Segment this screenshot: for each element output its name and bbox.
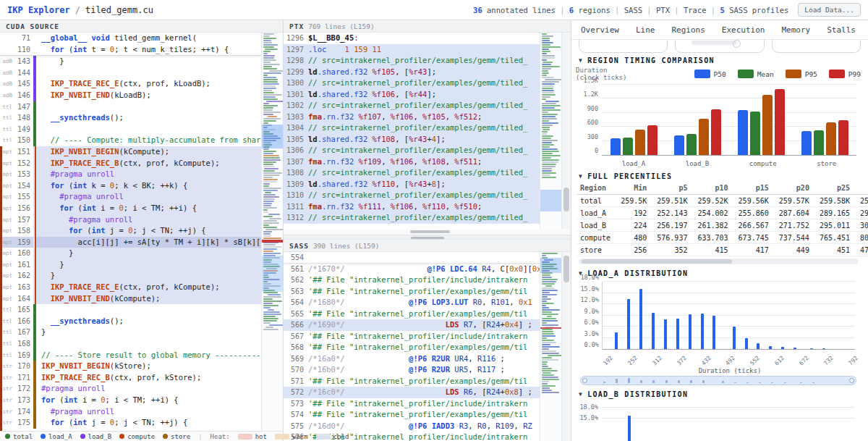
- histogram-range-brush[interactable]: [580, 376, 856, 385]
- code-line[interactable]: ttl167}: [0, 327, 261, 338]
- sass-code-line[interactable]: 569/*16a0*/ @!P6 R2UR UR4, R116 ;: [284, 353, 540, 365]
- ptx-code-line[interactable]: 1303fma.rn.f32 %f107, %f106, %f105, %f51…: [284, 112, 540, 123]
- ptx-code-line[interactable]: 1298// src=intrakernel_profiler/examples…: [284, 55, 540, 67]
- sass-vertical-scrollbar[interactable]: [561, 252, 571, 441]
- ptx-code-line[interactable]: 1310// src=intrakernel_profiler/examples…: [284, 190, 540, 201]
- code-line[interactable]: mpt153 #pragma unroll: [0, 169, 261, 180]
- ptx-code-line[interactable]: 1311fma.rn.f32 %f111, %f106, %f110, %f51…: [284, 201, 540, 213]
- code-line[interactable]: mpt159 acc[i][j] += sA[ty * TM + i][k] *…: [0, 237, 261, 248]
- ptx-scrollbar-thumb[interactable]: [563, 188, 569, 211]
- ptx-code-line[interactable]: 1307fma.rn.f32 %f109, %f106, %f108, %f51…: [284, 156, 540, 168]
- table-row[interactable]: store256352415417449451478.750480.250511…: [577, 244, 868, 256]
- code-line[interactable]: mpt164 IKP_NVBIT_END(kCompute);: [0, 293, 261, 305]
- sass-code-line[interactable]: 561/*1670*/ @!P6 LDC.64 R4, C[0x0][0x23: [284, 264, 540, 275]
- cuda-code-scroll[interactable]: adB143 }adB144 adB145 IKP_TRACE_REC_E(ct…: [0, 56, 261, 431]
- sass-code-line[interactable]: 573'## File "intrakernel_profiler/includ…: [284, 398, 540, 410]
- code-line[interactable]: str173for (int i = 0; i < TM; ++i) {: [0, 395, 261, 406]
- sass-code-line[interactable]: 574'## File "intrakernel_profiler/exampl…: [284, 409, 540, 421]
- sass-code-line[interactable]: 563'## File "intrakernel_profiler/exampl…: [284, 286, 540, 298]
- code-line[interactable]: ttl149: [0, 124, 261, 135]
- code-line[interactable]: str172#pragma unroll: [0, 383, 261, 395]
- ptx-code-line[interactable]: 1302// src=intrakernel_profiler/examples…: [284, 100, 540, 112]
- summary-card[interactable]: [675, 40, 764, 53]
- section-header-load-a-distribution[interactable]: ▼ LOAD_A DISTRIBUTION: [571, 266, 868, 279]
- ptx-code-line[interactable]: 1312// src=intrakernel_profiler/examples…: [284, 212, 540, 224]
- panel-split-divider[interactable]: [284, 235, 571, 240]
- sass-code-line[interactable]: 567'## File "intrakernel_profiler/includ…: [284, 331, 540, 343]
- code-line[interactable]: ttl150 // ---- Compute: multiply-accumul…: [0, 135, 261, 146]
- code-line[interactable]: adB145 IKP_TRACE_REC_E(ctx, prof, kLoadB…: [0, 78, 261, 90]
- ptx-code-line[interactable]: 1301ld.shared.f32 %f106, [%r44];: [284, 89, 540, 101]
- pinned-code-line[interactable]: 71__global__ void tiled_gemm_kernel(: [0, 33, 261, 44]
- code-line[interactable]: mpt155 #pragma unroll: [0, 191, 261, 203]
- code-line[interactable]: ttl166 __syncthreads();: [0, 316, 261, 327]
- table-row[interactable]: load_B224256.197261.382266.567271.752295…: [577, 219, 868, 232]
- table-row[interactable]: compute480576.937633.703673.745737.54476…: [577, 232, 868, 244]
- sass-code-line[interactable]: 565'## File "intrakernel_profiler/exampl…: [284, 308, 540, 320]
- code-line[interactable]: ttl169// ---- Store result to global mem…: [0, 350, 261, 361]
- code-line[interactable]: str171IKP_TRACE_REC_B(ctx, prof, kStore)…: [0, 372, 261, 384]
- section-header-full-percentiles[interactable]: ▼ FULL PERCENTILES: [571, 169, 868, 182]
- code-line[interactable]: mpt152 IKP_TRACE_REC_B(ctx, prof, kCompu…: [0, 158, 261, 169]
- pinned-code-line[interactable]: 110 for (int t = 0; t < num_k_tiles; ++t…: [0, 44, 261, 56]
- brush-handle-right[interactable]: [849, 378, 854, 383]
- divider-grip-handle[interactable]: [411, 237, 444, 239]
- code-line[interactable]: mpt160 }: [0, 248, 261, 259]
- load-data-button[interactable]: Load Data...: [798, 3, 861, 17]
- ptx-vertical-scrollbar[interactable]: [561, 33, 571, 229]
- sass-code-line[interactable]: 570/*16b0*/ @!P6 R2UR UR5, R117 ;: [284, 364, 540, 376]
- tab-line[interactable]: Line: [635, 22, 656, 39]
- ptx-code-line[interactable]: 1304// src=intrakernel_profiler/examples…: [284, 122, 540, 134]
- code-line[interactable]: adB146 IKP_NVBIT_END(kLoadB);: [0, 90, 261, 101]
- sass-code-scroll[interactable]: 554 561/*1670*/ @!P6 LDC.64 R4, C[0x0][0…: [284, 252, 540, 441]
- sass-code-line[interactable]: 572/*16c0*/ LDS R6, [R24+0x8] ;: [284, 387, 540, 398]
- sass-code-line[interactable]: 571'## File "intrakernel_profiler/exampl…: [284, 376, 540, 387]
- code-line[interactable]: ttl148 __syncthreads();: [0, 112, 261, 124]
- ptx-code-line[interactable]: 1309ld.shared.f32 %f110, [%r43+8];: [284, 179, 540, 190]
- tab-execution[interactable]: Execution: [721, 22, 766, 39]
- sass-code-line[interactable]: 564/*1680*/ @!P6 LOP3.LUT R0, R101, 0x1: [284, 297, 540, 308]
- code-line[interactable]: ttl168: [0, 338, 261, 350]
- ptx-hscrollbar-thumb[interactable]: [410, 230, 451, 233]
- tab-memory[interactable]: Memory: [780, 22, 811, 39]
- sass-scrollbar-thumb[interactable]: [563, 256, 569, 282]
- code-line[interactable]: mpt154 for (int k = 0; k < BK; ++k) {: [0, 180, 261, 192]
- ptx-code-line[interactable]: 1305ld.shared.f32 %f108, [%r43+4];: [284, 134, 540, 146]
- cuda-minimap[interactable]: [261, 33, 283, 431]
- code-line[interactable]: adB143 }: [0, 56, 261, 67]
- code-line[interactable]: ttl165: [0, 304, 261, 316]
- chevron-down-icon[interactable]: ▼: [579, 57, 583, 64]
- code-line[interactable]: mpt161 }: [0, 259, 261, 271]
- sass-minimap[interactable]: [540, 252, 561, 441]
- ptx-horizontal-scrollbar[interactable]: [284, 229, 571, 235]
- code-line[interactable]: mpt156 for (int i = 0; i < TM; ++i) {: [0, 203, 261, 214]
- code-line[interactable]: mpt157 #pragma unroll: [0, 214, 261, 226]
- tab-overview[interactable]: Overview: [580, 22, 620, 39]
- code-line[interactable]: str175 for (int j = 0; j < TN; ++j) {: [0, 417, 261, 429]
- table-row[interactable]: total259.5K259.51K259.52K259.56K259.57K2…: [577, 195, 868, 207]
- ptx-code-scroll[interactable]: 1296$L__BB0_45:1297.loc 1 159 111298// s…: [284, 33, 540, 229]
- table-scrollbar-thumb[interactable]: [582, 259, 732, 264]
- code-line[interactable]: mpt163 IKP_TRACE_REC_E(ctx, prof, kCompu…: [0, 282, 261, 293]
- ptx-code-line[interactable]: 1297.loc 1 159 11: [284, 44, 540, 56]
- tab-regions[interactable]: Regions: [671, 22, 705, 39]
- code-line[interactable]: adB144: [0, 67, 261, 79]
- code-line[interactable]: ttl147: [0, 101, 261, 113]
- table-row[interactable]: load_A192252.143254.002255.860287.604289…: [577, 207, 868, 219]
- ptx-code-line[interactable]: 1308// src=intrakernel_profiler/examples…: [284, 167, 540, 179]
- tab-stalls[interactable]: Stalls: [826, 22, 856, 39]
- ptx-code-line[interactable]: 1299ld.shared.f32 %f105, [%r43];: [284, 67, 540, 78]
- sass-code-line[interactable]: 562'## File "intrakernel_profiler/includ…: [284, 274, 540, 286]
- section-header-load-b-distribution[interactable]: ▼ LOAD_B DISTRIBUTION: [571, 387, 868, 400]
- sass-code-line[interactable]: 575/*16d0*/ @!P6 IADD3 R3, R0, R109, RZ: [284, 421, 540, 432]
- table-horizontal-scrollbar[interactable]: [579, 259, 858, 264]
- code-line[interactable]: str174 #pragma unroll: [0, 406, 261, 418]
- section-header-region-timing[interactable]: ▼ REGION TIMING COMPARISON: [571, 53, 868, 66]
- sass-code-line[interactable]: 554: [284, 252, 540, 264]
- summary-card[interactable]: [579, 40, 668, 53]
- ptx-minimap[interactable]: [540, 33, 561, 229]
- ptx-code-line[interactable]: 1306// src=intrakernel_profiler/examples…: [284, 145, 540, 156]
- code-line[interactable]: mpt162 }: [0, 270, 261, 282]
- summary-card[interactable]: [772, 40, 861, 53]
- chevron-down-icon[interactable]: ▼: [579, 173, 583, 180]
